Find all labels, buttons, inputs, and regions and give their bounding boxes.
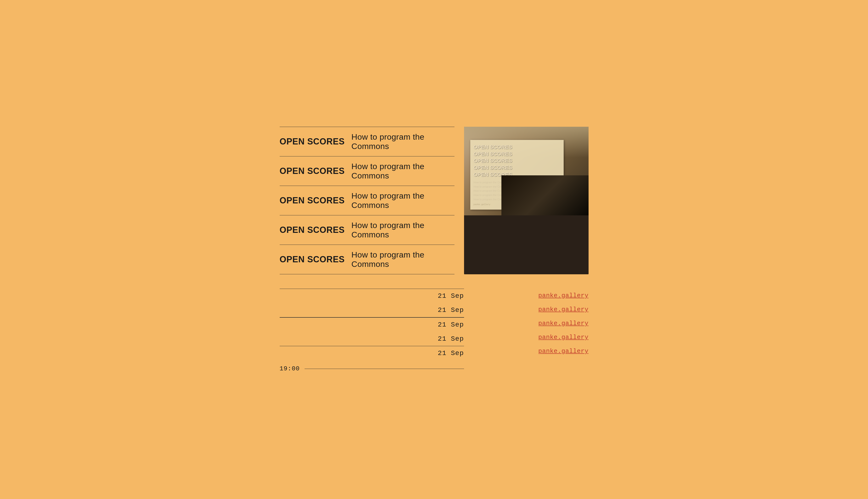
event-list: OPEN SCORESHow to program the CommonsOPE…: [280, 127, 455, 274]
gallery-link[interactable]: panke.gallery: [538, 303, 588, 316]
gallery-links-section: panke.gallerypanke.gallerypanke.galleryp…: [464, 289, 588, 358]
date-row: 21 Sep: [280, 332, 464, 346]
date-label: 21 Sep: [435, 332, 464, 346]
list-row: OPEN SCORESHow to program the Commons: [280, 156, 455, 186]
date-row: 21 Sep: [280, 303, 464, 317]
date-label: 21 Sep: [435, 346, 464, 360]
gallery-link[interactable]: panke.gallery: [538, 344, 588, 358]
time-row: 19:00: [280, 365, 464, 372]
gallery-link[interactable]: panke.gallery: [538, 330, 588, 344]
date-label: 21 Sep: [435, 318, 464, 332]
gallery-link[interactable]: panke.gallery: [538, 316, 588, 330]
date-label: 21 Sep: [435, 289, 464, 303]
subtitle-label: How to program the Commons: [351, 191, 455, 210]
date-rows: 21 Sep21 Sep21 Sep21 Sep21 Sep: [280, 289, 464, 361]
date-row: 21 Sep: [280, 289, 464, 303]
open-scores-label: OPEN SCORES: [280, 136, 351, 147]
image-title: OPEN SCORESOPEN SCORESOPEN SCORESOPEN SC…: [474, 144, 560, 178]
time-label: 19:00: [280, 365, 300, 372]
gallery-link[interactable]: panke.gallery: [538, 289, 588, 303]
list-row: OPEN SCORESHow to program the Commons: [280, 245, 455, 274]
bottom-section: 21 Sep21 Sep21 Sep21 Sep21 Sep 19:00 pan…: [280, 289, 588, 373]
date-row: 21 Sep: [280, 346, 464, 360]
date-row: 21 Sep: [280, 318, 464, 332]
open-scores-label: OPEN SCORES: [280, 225, 351, 235]
subtitle-label: How to program the Commons: [351, 250, 455, 269]
open-scores-label: OPEN SCORES: [280, 166, 351, 176]
subtitle-label: How to program the Commons: [351, 162, 455, 180]
top-section: OPEN SCORESHow to program the CommonsOPE…: [280, 127, 588, 274]
list-row: OPEN SCORESHow to program the Commons: [280, 215, 455, 245]
date-section: 21 Sep21 Sep21 Sep21 Sep21 Sep 19:00: [280, 289, 464, 373]
open-scores-label: OPEN SCORES: [280, 195, 351, 206]
list-row: OPEN SCORESHow to program the Commons: [280, 127, 455, 156]
time-line: [305, 369, 464, 369]
event-image: OPEN SCORESOPEN SCORESOPEN SCORESOPEN SC…: [464, 127, 588, 274]
date-label: 21 Sep: [435, 303, 464, 317]
subtitle-label: How to program the Commons: [351, 221, 455, 239]
subtitle-label: How to program the Commons: [351, 132, 455, 151]
list-row: OPEN SCORESHow to program the Commons: [280, 186, 455, 215]
page-container: OPEN SCORESHow to program the CommonsOPE…: [261, 117, 608, 382]
open-scores-label: OPEN SCORES: [280, 254, 351, 265]
